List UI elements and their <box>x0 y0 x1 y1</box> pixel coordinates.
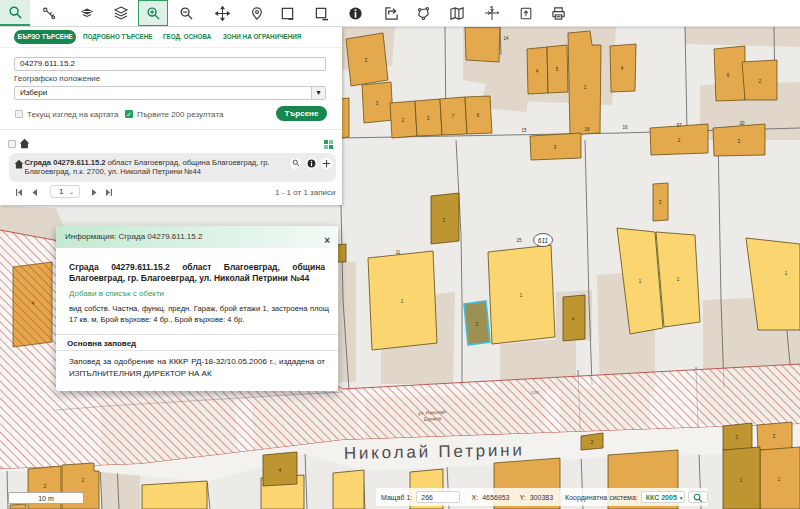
svg-text:97: 97 <box>676 123 682 128</box>
svg-text:14: 14 <box>503 36 509 41</box>
svg-text:16: 16 <box>584 127 590 132</box>
svg-text:611: 611 <box>538 237 549 244</box>
svg-text:11: 11 <box>396 250 401 255</box>
svg-text:15: 15 <box>516 238 522 243</box>
svg-text:0281: 0281 <box>531 390 541 395</box>
svg-text:Бурмов: Бурмов <box>424 415 442 422</box>
svg-text:16: 16 <box>622 125 628 130</box>
svg-text:15: 15 <box>521 128 527 133</box>
svg-text:Николай Петрини: Николай Петрини <box>344 441 525 463</box>
svg-text:20: 20 <box>739 121 745 126</box>
